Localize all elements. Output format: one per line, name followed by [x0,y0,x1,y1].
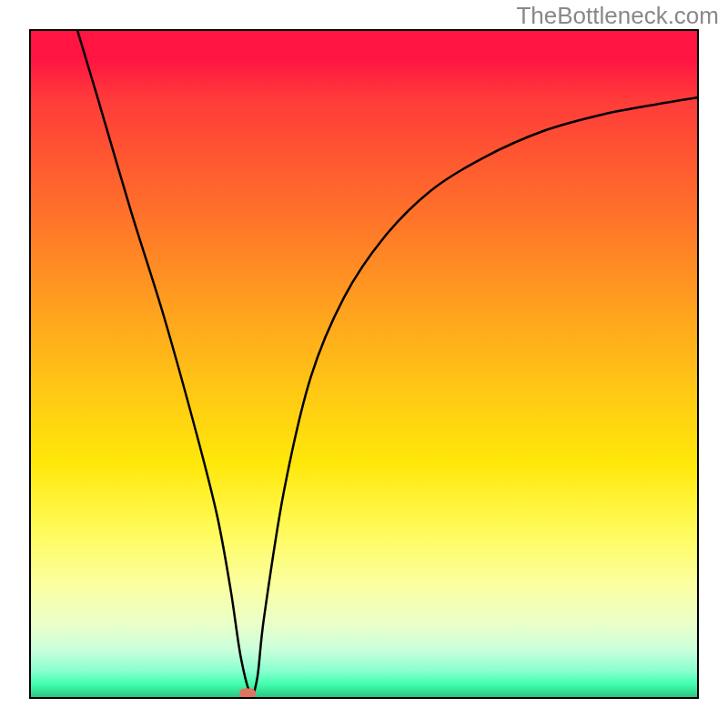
bottleneck-curve [77,31,697,694]
curve-svg [31,31,697,697]
optimum-marker [239,689,256,699]
watermark-text: TheBottleneck.com [516,2,719,30]
chart-container: TheBottleneck.com [0,0,728,728]
plot-area [31,31,697,697]
